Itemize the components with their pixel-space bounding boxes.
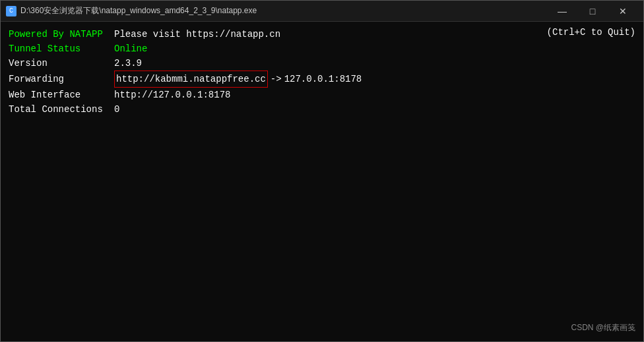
tunnel-status-value: Online: [114, 42, 147, 56]
maximize-button[interactable]: □: [577, 1, 608, 22]
window-controls: — □ ✕: [547, 1, 638, 22]
window: C D:\360安全浏览器下载\natapp_windows_amd64_2_3…: [0, 0, 644, 342]
minimize-button[interactable]: —: [547, 1, 577, 22]
version-label: Version: [9, 56, 114, 71]
web-interface-line: Web Interface http://127.0.0.1:8178: [9, 88, 635, 102]
watermark: CSDN @纸素画笺: [571, 322, 635, 333]
web-interface-label: Web Interface: [9, 88, 114, 102]
title-bar: C D:\360安全浏览器下载\natapp_windows_amd64_2_3…: [1, 1, 643, 22]
forwarding-highlight: http://kabmmi.natappfree.cc: [114, 71, 268, 88]
forwarding-value-container: http://kabmmi.natappfree.cc -> 127.0.0.1…: [114, 71, 362, 88]
forwarding-line: Forwarding http://kabmmi.natappfree.cc -…: [9, 71, 635, 88]
app-icon: C: [6, 6, 16, 16]
forwarding-arrow: ->: [271, 72, 282, 86]
window-title: D:\360安全浏览器下载\natapp_windows_amd64_2_3_9…: [20, 5, 257, 16]
version-value: 2.3.9: [114, 56, 142, 71]
total-connections-label: Total Connections: [9, 102, 114, 117]
version-line: Version 2.3.9: [9, 56, 635, 71]
forwarding-label: Forwarding: [9, 72, 114, 86]
quit-hint: (Ctrl+C to Quit): [547, 27, 635, 38]
forwarding-target: 127.0.0.1:8178: [284, 72, 362, 86]
powered-by-label: Powered By NATAPP: [9, 27, 114, 42]
web-interface-value: http://127.0.0.1:8178: [114, 88, 230, 102]
total-connections-value: 0: [114, 102, 119, 117]
total-connections-line: Total Connections 0: [9, 102, 635, 117]
close-button[interactable]: ✕: [608, 1, 638, 22]
tunnel-status-line: Tunnel Status Online: [9, 42, 635, 56]
terminal-body: (Ctrl+C to Quit) Powered By NATAPP Pleas…: [1, 22, 643, 341]
powered-by-line: Powered By NATAPP Please visit https://n…: [9, 27, 635, 42]
title-bar-left: C D:\360安全浏览器下载\natapp_windows_amd64_2_3…: [6, 5, 257, 16]
tunnel-status-label: Tunnel Status: [9, 42, 114, 56]
